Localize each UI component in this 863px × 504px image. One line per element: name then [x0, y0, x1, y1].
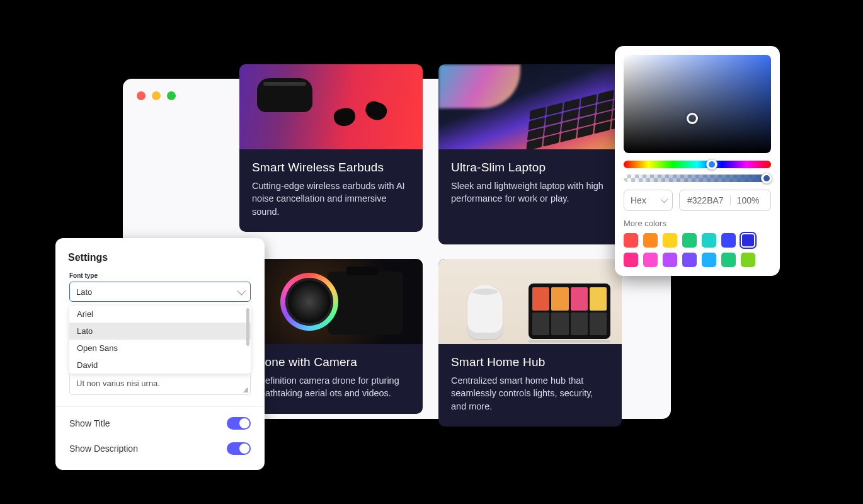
- maximize-icon[interactable]: [167, 91, 176, 100]
- minimize-icon[interactable]: [152, 91, 161, 100]
- swatch-row-1: [624, 233, 771, 248]
- font-option[interactable]: Lato: [69, 323, 251, 340]
- product-image: [239, 64, 423, 149]
- font-type-dropdown: Ariel Lato Open Sans David: [69, 306, 251, 374]
- color-format-select[interactable]: Hex: [624, 190, 673, 211]
- color-swatch[interactable]: [702, 253, 716, 267]
- swatch-row-2: [624, 253, 771, 267]
- show-title-label: Show Title: [69, 418, 110, 428]
- color-swatch[interactable]: [624, 233, 638, 248]
- font-type-value: Lato: [76, 287, 92, 297]
- font-option[interactable]: Ariel: [69, 306, 251, 323]
- divider: [55, 406, 265, 407]
- scrollbar[interactable]: [246, 308, 249, 346]
- alpha-slider[interactable]: [624, 175, 771, 182]
- settings-panel: Settings Font type Lato Ariel Lato Open …: [55, 238, 265, 470]
- color-swatch[interactable]: [721, 253, 736, 267]
- color-swatch[interactable]: [741, 233, 755, 248]
- product-card-laptop[interactable]: Ultra-Slim Laptop Sleek and lightweight …: [438, 64, 622, 244]
- font-type-select[interactable]: Lato: [69, 282, 251, 302]
- font-option[interactable]: David: [69, 357, 251, 374]
- product-description: Centralized smart home hub that seamless…: [451, 374, 609, 413]
- show-description-label: Show Description: [69, 444, 138, 454]
- product-title: Drone with Camera: [252, 355, 410, 369]
- font-option[interactable]: Open Sans: [69, 340, 251, 357]
- show-description-toggle[interactable]: [227, 442, 251, 455]
- color-swatch[interactable]: [682, 233, 697, 248]
- product-image: [239, 259, 423, 344]
- close-icon[interactable]: [137, 91, 146, 100]
- color-swatch[interactable]: [643, 233, 658, 248]
- color-swatch[interactable]: [702, 233, 716, 248]
- product-card-hub[interactable]: Smart Home Hub Centralized smart home hu…: [438, 259, 622, 427]
- color-swatch[interactable]: [721, 233, 736, 248]
- product-description: h-definition camera drone for pturing br…: [252, 374, 410, 400]
- product-description: Sleek and lightweight laptop with high p…: [451, 180, 609, 205]
- chevron-down-icon: [661, 196, 668, 203]
- color-swatch[interactable]: [663, 233, 677, 248]
- hex-value: #322BA7: [687, 195, 724, 205]
- product-image: [438, 259, 622, 344]
- color-swatch[interactable]: [663, 253, 677, 267]
- gradient-cursor-icon[interactable]: [687, 113, 698, 124]
- settings-heading: Settings: [63, 252, 257, 272]
- hue-thumb[interactable]: [706, 159, 717, 170]
- product-description: Cutting-edge wireless earbuds with AI no…: [252, 180, 410, 218]
- color-swatch[interactable]: [643, 253, 658, 267]
- hue-slider[interactable]: [624, 161, 771, 168]
- product-card-earbuds[interactable]: Smart Wireless Earbuds Cutting-edge wire…: [239, 64, 423, 232]
- color-swatch[interactable]: [741, 253, 755, 267]
- color-gradient-area[interactable]: [624, 55, 771, 153]
- product-title: Smart Home Hub: [451, 355, 609, 369]
- textarea-field[interactable]: Ut non varius nisi urna.: [69, 374, 251, 395]
- window-controls: [137, 91, 176, 100]
- color-swatch[interactable]: [624, 253, 638, 267]
- resize-handle-icon[interactable]: [243, 387, 248, 392]
- product-image: [438, 64, 622, 149]
- product-title: Smart Wireless Earbuds: [252, 161, 410, 175]
- product-title: Ultra-Slim Laptop: [451, 161, 609, 175]
- opacity-value: 100%: [737, 195, 760, 205]
- show-title-toggle[interactable]: [227, 417, 251, 430]
- chevron-down-icon: [237, 287, 246, 295]
- product-card-drone[interactable]: Drone with Camera h-definition camera dr…: [239, 259, 423, 414]
- alpha-thumb[interactable]: [761, 173, 772, 184]
- more-colors-label: More colors: [624, 219, 771, 228]
- color-picker-panel: Hex #322BA7 100% More colors: [615, 46, 780, 276]
- font-type-label: Font type: [63, 272, 257, 282]
- color-swatch[interactable]: [682, 253, 697, 267]
- color-value-input[interactable]: #322BA7 100%: [679, 190, 771, 211]
